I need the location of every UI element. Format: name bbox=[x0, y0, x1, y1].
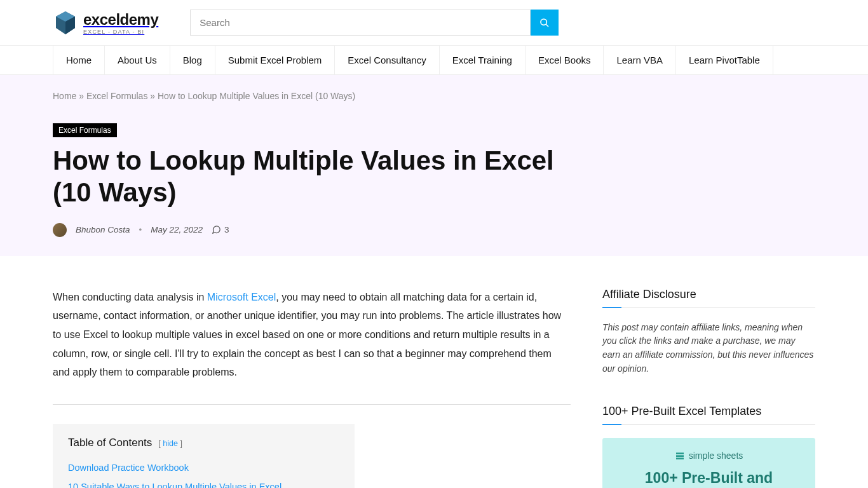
post-date: May 22, 2022 bbox=[151, 225, 203, 234]
search-icon bbox=[539, 18, 550, 28]
toc-item[interactable]: 10 Suitable Ways to Lookup Multiple Valu… bbox=[68, 477, 339, 488]
search-input[interactable] bbox=[190, 10, 531, 36]
toc-item[interactable]: Download Practice Workbook bbox=[68, 458, 339, 477]
category-tag[interactable]: Excel Formulas bbox=[53, 123, 117, 137]
article-content: When conducting data analysis in Microso… bbox=[53, 288, 571, 488]
promo-banner[interactable]: simple sheets 100+ Pre-Built and DYNAMIC… bbox=[602, 438, 815, 488]
svg-line-4 bbox=[546, 24, 548, 27]
breadcrumb: Home » Excel Formulas » How to Lookup Mu… bbox=[53, 91, 815, 101]
comment-icon bbox=[212, 225, 221, 234]
affiliate-text: This post may contain affiliate links, m… bbox=[602, 321, 815, 376]
nav-item[interactable]: Blog bbox=[170, 46, 215, 74]
sidebar: Affiliate Disclosure This post may conta… bbox=[602, 288, 815, 488]
logo-link[interactable]: exceldemy EXCEL - DATA - BI bbox=[53, 10, 158, 36]
post-title: How to Lookup Multiple Values in Excel (… bbox=[53, 145, 580, 209]
sheets-icon bbox=[675, 451, 685, 461]
main-nav: HomeAbout UsBlogSubmit Excel ProblemExce… bbox=[0, 46, 868, 75]
nav-item[interactable]: Learn PivotTable bbox=[676, 46, 773, 74]
nav-item[interactable]: Excel Books bbox=[526, 46, 604, 74]
logo-icon bbox=[53, 10, 78, 36]
comment-link[interactable]: 3 bbox=[212, 225, 229, 234]
toc-title: Table of Contents bbox=[68, 437, 152, 449]
nav-item[interactable]: Excel Consultancy bbox=[335, 46, 439, 74]
templates-title: 100+ Pre-Built Excel Templates bbox=[602, 405, 815, 425]
nav-item[interactable]: Excel Training bbox=[440, 46, 526, 74]
nav-item[interactable]: About Us bbox=[105, 46, 170, 74]
intro-paragraph: When conducting data analysis in Microso… bbox=[53, 288, 571, 382]
breadcrumb-current: How to Lookup Multiple Values in Excel (… bbox=[158, 91, 355, 101]
author-name[interactable]: Bhubon Costa bbox=[76, 225, 130, 234]
hero-section: Home » Excel Formulas » How to Lookup Mu… bbox=[0, 75, 868, 256]
toc-hide-link[interactable]: hide bbox=[163, 439, 178, 448]
nav-item[interactable]: Submit Excel Problem bbox=[215, 46, 336, 74]
breadcrumb-category[interactable]: Excel Formulas bbox=[86, 91, 147, 101]
promo-headline: 100+ Pre-Built and DYNAMIC Excel templat… bbox=[615, 468, 803, 488]
search-form bbox=[190, 10, 559, 36]
author-avatar[interactable] bbox=[53, 223, 67, 237]
nav-item[interactable]: Home bbox=[53, 46, 105, 74]
nav-item[interactable]: Learn VBA bbox=[604, 46, 676, 74]
table-of-contents: Table of Contents [ hide ] Download Prac… bbox=[53, 424, 355, 488]
excel-link[interactable]: Microsoft Excel bbox=[207, 292, 276, 302]
breadcrumb-home[interactable]: Home bbox=[53, 91, 76, 101]
logo-title: exceldemy bbox=[83, 11, 158, 29]
post-meta: Bhubon Costa • May 22, 2022 3 bbox=[53, 223, 815, 237]
svg-rect-5 bbox=[676, 452, 684, 454]
affiliate-title: Affiliate Disclosure bbox=[602, 288, 815, 308]
search-button[interactable] bbox=[531, 10, 559, 36]
svg-point-3 bbox=[541, 19, 546, 25]
svg-rect-6 bbox=[676, 455, 684, 457]
logo-subtitle: EXCEL - DATA - BI bbox=[83, 29, 158, 35]
svg-rect-7 bbox=[676, 458, 684, 459]
divider bbox=[53, 404, 571, 405]
header: exceldemy EXCEL - DATA - BI bbox=[0, 0, 868, 46]
